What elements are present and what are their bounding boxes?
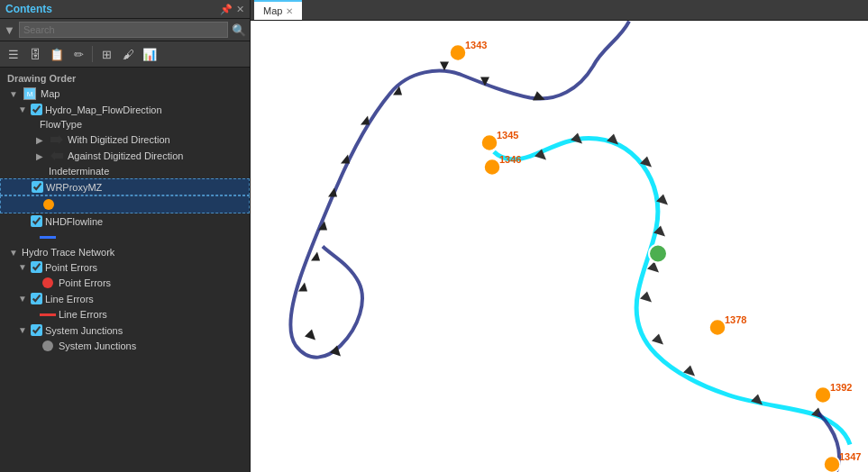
svg-marker-7 <box>341 155 350 164</box>
tab-close-button[interactable]: ✕ <box>286 6 293 16</box>
svg-text:1347: 1347 <box>839 451 861 462</box>
map-svg: 1343 1345 1346 1378 1392 1347 <box>251 21 868 472</box>
layer-label-hydro-trace: Hydro Trace Network <box>22 247 114 258</box>
sidebar: Contents 📌 ✕ ▼ 🔍 ☰ 🗄 📋 ✏ ⊞ 🖌 📊 Drawing O… <box>0 0 251 472</box>
svg-point-28 <box>481 135 498 151</box>
list-view-icon[interactable]: ☰ <box>4 44 23 64</box>
layer-item-line-errors-sym: Line Errors <box>0 306 250 322</box>
map-panel: Map ✕ <box>251 0 868 472</box>
svg-text:1346: 1346 <box>499 154 521 165</box>
map-tab[interactable]: Map ✕ <box>254 0 302 20</box>
layer-item-hydro-trace[interactable]: ▼ Hydro Trace Network <box>0 245 250 259</box>
line-red-icon <box>40 308 56 321</box>
checkbox-sys-junctions[interactable] <box>31 324 42 336</box>
layer-item-map[interactable]: ▼ M Map <box>0 86 250 102</box>
layer-label-nhd: NHDFlowline <box>45 216 103 227</box>
svg-text:1345: 1345 <box>497 130 518 141</box>
search-input[interactable] <box>19 22 228 38</box>
line-blue-icon <box>40 231 56 243</box>
map-canvas[interactable]: 1343 1345 1346 1378 1392 1347 <box>251 21 868 472</box>
dot-gray-icon <box>40 340 56 352</box>
toolbar-separator <box>92 46 93 62</box>
sidebar-title: Contents <box>5 3 52 15</box>
toolbar: ☰ 🗄 📋 ✏ ⊞ 🖌 📊 <box>0 41 250 68</box>
layer-item-sys-junctions-grp[interactable]: ▼ System Junctions <box>0 322 250 338</box>
checkbox-line-errors[interactable] <box>31 293 42 304</box>
svg-point-32 <box>649 245 667 263</box>
layer-label-point-errors-sym: Point Errors <box>59 277 111 288</box>
checkbox-nhd[interactable] <box>31 215 42 227</box>
layer-item-point-errors-sym: Point Errors <box>0 275 250 291</box>
svg-marker-1 <box>50 151 63 160</box>
chart-icon[interactable]: 📊 <box>140 44 160 64</box>
map-icon: M <box>22 87 38 100</box>
search-bar: ▼ 🔍 <box>0 19 250 41</box>
layer-label-sys-junctions-sym: System Junctions <box>59 340 136 351</box>
map-tab-bar: Map ✕ <box>251 0 868 21</box>
expand-arrow-point-errors: ▼ <box>18 262 31 272</box>
checkbox-wrproxy[interactable] <box>32 181 43 193</box>
checkbox-point-errors[interactable] <box>31 261 42 273</box>
layer-item-sys-junctions-sym: System Junctions <box>0 338 250 354</box>
expand-arrow-map: ▼ <box>9 89 22 99</box>
paint-icon[interactable]: 🖌 <box>118 44 138 64</box>
layer-label-sys-junctions-grp: System Junctions <box>45 325 123 336</box>
layer-item-point-errors-grp[interactable]: ▼ Point Errors <box>0 259 250 275</box>
dot-orange-icon <box>41 198 57 211</box>
layer-item-indeterminate[interactable]: Indeterminate <box>0 164 250 178</box>
svg-marker-12 <box>305 330 315 340</box>
layer-label-map: Map <box>41 88 59 99</box>
pin-icon[interactable]: 📌 <box>220 4 233 15</box>
svg-point-35 <box>815 387 831 404</box>
drawing-order-label: Drawing Order <box>0 69 250 86</box>
svg-point-26 <box>450 45 466 61</box>
svg-text:1343: 1343 <box>465 40 487 50</box>
svg-marker-21 <box>640 292 652 303</box>
layer-label-line-errors-sym: Line Errors <box>59 309 107 320</box>
grid-icon[interactable]: ⊞ <box>96 44 116 64</box>
expand-arrow-hydro-trace: ▼ <box>9 248 22 258</box>
search-button[interactable]: 🔍 <box>232 23 246 37</box>
map-tab-label: Map <box>263 5 282 16</box>
layer-item-with-digitized[interactable]: ▶ With Digitized Direction <box>0 132 250 148</box>
layer-label-hydro-map: Hydro_Map_FlowDirection <box>45 104 162 115</box>
svg-point-33 <box>709 320 726 336</box>
layer-item-nhd[interactable]: NHDFlowline <box>0 213 250 229</box>
layer-label-wrproxy: WRProxyMZ <box>46 182 102 193</box>
layer-item-flowtype: FlowType <box>0 117 250 132</box>
database-icon[interactable]: 🗄 <box>25 44 45 64</box>
expand-arrow-against-digitized: ▶ <box>36 151 49 161</box>
flow-arrow-left-icon <box>49 150 65 162</box>
layer-label-with-digitized: With Digitized Direction <box>68 134 170 145</box>
layer-item-wrproxy[interactable]: WRProxyMZ <box>0 178 250 195</box>
layer-item-wrproxy-sym <box>0 195 250 213</box>
expand-arrow-line-errors: ▼ <box>18 294 31 304</box>
edit-icon[interactable]: ✏ <box>69 44 88 64</box>
svg-text:1378: 1378 <box>725 314 746 325</box>
sidebar-header: Contents 📌 ✕ <box>0 0 250 19</box>
dot-red-icon <box>40 277 56 289</box>
layer-item-line-errors-grp[interactable]: ▼ Line Errors <box>0 291 250 306</box>
svg-point-30 <box>484 159 500 176</box>
layer-label-point-errors-grp: Point Errors <box>45 262 97 273</box>
svg-marker-0 <box>50 135 63 144</box>
layer-label-indeterminate: Indeterminate <box>49 166 109 177</box>
svg-point-37 <box>824 457 840 473</box>
sidebar-header-icons: 📌 ✕ <box>220 4 244 15</box>
svg-text:1392: 1392 <box>830 382 852 393</box>
layer-list: Drawing Order ▼ M Map ▼ Hydro_Map_FlowDi… <box>0 68 250 472</box>
layer-item-against-digitized[interactable]: ▶ Against Digitized Direction <box>0 148 250 164</box>
checkbox-hydro-map[interactable] <box>31 104 42 115</box>
filter-icon: ▼ <box>4 23 15 37</box>
expand-arrow-with-digitized: ▶ <box>36 135 49 145</box>
layer-label-against-digitized: Against Digitized Direction <box>68 150 183 161</box>
flow-arrow-right-icon <box>49 133 65 146</box>
layer-item-hydro-map[interactable]: ▼ Hydro_Map_FlowDirection <box>0 102 250 117</box>
layer-label-line-errors-grp: Line Errors <box>45 294 94 304</box>
expand-arrow-sys-junctions: ▼ <box>18 325 31 335</box>
svg-marker-22 <box>652 334 663 345</box>
layer-icon[interactable]: 📋 <box>47 44 67 64</box>
close-icon[interactable]: ✕ <box>236 4 244 15</box>
expand-arrow-hydro: ▼ <box>18 104 31 114</box>
layer-label-flowtype: FlowType <box>40 119 82 130</box>
